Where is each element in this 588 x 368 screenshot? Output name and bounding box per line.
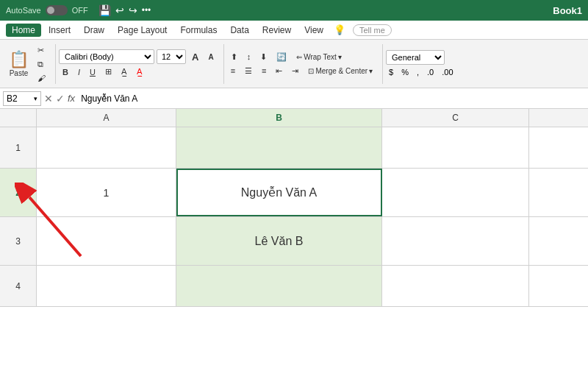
ribbon: 📋 Paste ✂ ⧉ 🖌 Calibri (Body) 12 A A (0, 40, 588, 88)
menu-item-insert[interactable]: Insert (43, 24, 76, 37)
align-middle-button[interactable]: ↕ (243, 51, 255, 63)
menu-item-view[interactable]: View (298, 24, 329, 37)
cell-a3[interactable] (37, 217, 176, 265)
autosave-off: OFF (72, 6, 88, 15)
redo-icon[interactable]: ↪ (129, 4, 137, 16)
align-right-button[interactable]: ≡ (258, 65, 270, 77)
fill-color-button[interactable]: A̲ (118, 66, 131, 78)
merge-icon: ⊡ (308, 67, 314, 75)
spreadsheet: A B C 1 2 1 Nguyễn Văn A 3 Lê Văn B 4 (0, 109, 588, 307)
cell-ref-box[interactable]: B2 ▾ (3, 91, 41, 106)
percent-button[interactable]: % (398, 66, 412, 78)
format-painter-button[interactable]: 🖌 (34, 72, 49, 84)
confirm-icon[interactable]: ✓ (56, 93, 65, 105)
col-header-b[interactable]: B (176, 109, 382, 127)
autosave-knob (47, 7, 54, 14)
bold-button[interactable]: B (59, 66, 72, 78)
cell-c2[interactable] (382, 169, 529, 216)
align-row1: ⬆ ↕ ⬇ 🔄 ⇐ Wrap Text ▾ (227, 51, 376, 63)
font-name-select[interactable]: Calibri (Body) (59, 49, 154, 64)
number-row2: $ % , .0 .00 (386, 66, 456, 78)
save-icon[interactable]: 💾 (98, 4, 111, 16)
cell-ref-value: B2 (7, 93, 18, 104)
corner-cell (0, 109, 37, 127)
number-col: General $ % , .0 .00 (386, 50, 456, 78)
menu-item-draw[interactable]: Draw (78, 24, 110, 37)
title-bar: AutoSave OFF 💾 ↩ ↪ ••• Book1 (0, 0, 588, 21)
menu-item-review[interactable]: Review (257, 24, 297, 37)
increase-indent-button[interactable]: ⇥ (288, 65, 302, 77)
align-col: ⬆ ↕ ⬇ 🔄 ⇐ Wrap Text ▾ ≡ ☰ ≡ ⇤ ⇥ ⊡ Merge … (227, 51, 376, 77)
cell-a4[interactable] (37, 266, 176, 306)
cell-b2[interactable]: Nguyễn Văn A (176, 169, 382, 216)
row-header-2[interactable]: 2 (0, 169, 37, 216)
cell-c4[interactable] (382, 266, 529, 306)
copy-button[interactable]: ⧉ (34, 58, 49, 71)
cancel-icon[interactable]: ✕ (44, 93, 53, 105)
paste-icon: 📋 (9, 50, 29, 69)
orientation-button[interactable]: 🔄 (273, 51, 290, 63)
cell-ref-dropdown[interactable]: ▾ (34, 95, 37, 102)
increase-decimal-button[interactable]: .0 (424, 66, 437, 78)
align-left-button[interactable]: ≡ (227, 65, 239, 77)
cell-c3[interactable] (382, 217, 529, 265)
menu-item-home[interactable]: Home (6, 24, 41, 37)
cell-a1[interactable] (37, 127, 176, 168)
alignment-group: ⬆ ↕ ⬇ 🔄 ⇐ Wrap Text ▾ ≡ ☰ ≡ ⇤ ⇥ ⊡ Merge … (227, 44, 383, 84)
paste-button[interactable]: 📋 Paste (6, 49, 32, 79)
col-header-c[interactable]: C (382, 109, 529, 127)
col-header-a[interactable]: A (37, 109, 176, 127)
cell-a2[interactable]: 1 (37, 169, 176, 216)
tell-me-box[interactable]: Tell me (353, 24, 392, 36)
row-header-1[interactable]: 1 (0, 127, 37, 168)
wrap-icon: ⇐ (296, 53, 302, 61)
underline-button[interactable]: U (86, 66, 99, 78)
align-top-button[interactable]: ⬆ (227, 51, 241, 63)
cell-b1[interactable] (176, 127, 382, 168)
row-header-4[interactable]: 4 (0, 266, 37, 306)
fx-label: fx (68, 93, 75, 104)
cell-b4[interactable] (176, 266, 382, 306)
align-bottom-button[interactable]: ⬇ (257, 51, 270, 63)
font-size-select[interactable]: 12 (157, 49, 186, 64)
number-group: General $ % , .0 .00 (386, 44, 462, 84)
menu-item-pagelayout[interactable]: Page Layout (112, 24, 173, 37)
font-shrink-button[interactable]: A (204, 52, 217, 63)
decrease-decimal-button[interactable]: .00 (439, 66, 456, 78)
align-center-button[interactable]: ☰ (241, 65, 256, 77)
currency-button[interactable]: $ (386, 66, 396, 78)
comma-button[interactable]: , (414, 66, 422, 78)
italic-button[interactable]: I (74, 66, 84, 78)
row-header-3[interactable]: 3 (0, 217, 37, 265)
number-format-select[interactable]: General (386, 50, 445, 65)
autosave-toggle[interactable] (46, 5, 68, 15)
font-group: Calibri (Body) 12 A A B I U ⊞ A̲ A̲ (59, 44, 224, 84)
table-row: 1 (0, 127, 588, 169)
table-row: 3 Lê Văn B (0, 217, 588, 266)
cut-button[interactable]: ✂ (34, 44, 49, 57)
border-button[interactable]: ⊞ (101, 66, 115, 78)
number-row1: General (386, 50, 456, 65)
wrap-text-label: Wrap Text (304, 53, 337, 61)
formula-bar: B2 ▾ ✕ ✓ fx (0, 88, 588, 109)
undo-icon[interactable]: ↩ (115, 4, 124, 16)
font-color-button[interactable]: A̲ (133, 66, 146, 78)
title-bar-left: AutoSave OFF 💾 ↩ ↪ ••• (6, 4, 151, 16)
menu-item-formulas[interactable]: Formulas (174, 24, 223, 37)
menu-item-data[interactable]: Data (224, 24, 254, 37)
font-grow-button[interactable]: A (188, 50, 202, 64)
paste-label: Paste (10, 69, 29, 77)
cell-c1[interactable] (382, 127, 529, 168)
rows-container: 1 2 1 Nguyễn Văn A 3 Lê Văn B 4 (0, 127, 588, 307)
merge-center-button[interactable]: ⊡ Merge & Center ▾ (304, 66, 376, 77)
font-col: Calibri (Body) 12 A A B I U ⊞ A̲ A̲ (59, 49, 218, 78)
cell-b3[interactable]: Lê Văn B (176, 217, 382, 265)
wrap-text-button[interactable]: ⇐ Wrap Text ▾ (293, 52, 345, 63)
wrap-dropdown-icon: ▾ (338, 53, 342, 61)
decrease-indent-button[interactable]: ⇤ (272, 65, 286, 77)
formula-input[interactable] (78, 92, 585, 105)
more-icon[interactable]: ••• (142, 5, 151, 15)
paste-group: 📋 Paste ✂ ⧉ 🖌 (6, 44, 56, 84)
menu-bar: Home Insert Draw Page Layout Formulas Da… (0, 21, 588, 40)
col-headers: A B C (0, 109, 588, 127)
